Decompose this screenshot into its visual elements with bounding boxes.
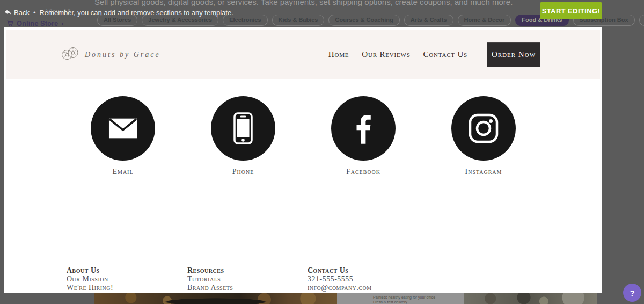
footer-phone-number[interactable]: 321-555-5555 xyxy=(308,275,426,284)
contact-label: Facebook xyxy=(331,168,396,176)
back-arrow-icon xyxy=(4,9,11,17)
template-thumbnail-left xyxy=(94,293,337,304)
footer-heading: About Us xyxy=(67,266,185,275)
footer-column-about: About Us Our Mission We're Hiring! xyxy=(67,266,185,292)
back-label: Back xyxy=(14,9,30,17)
donut-logo-icon xyxy=(61,46,80,63)
footer-link-were-hiring[interactable]: We're Hiring! xyxy=(67,284,185,292)
thumbnail-card-line: Painless healthy eating for your office xyxy=(373,295,464,300)
contact-phone[interactable]: Phone xyxy=(211,96,275,176)
contact-instagram[interactable]: Instagram xyxy=(451,96,516,176)
footer-heading: Contact Us xyxy=(308,266,426,275)
footer-heading: Resources xyxy=(187,266,305,275)
separator-bullet: • xyxy=(33,9,36,17)
footer-email-address[interactable]: info@company.com xyxy=(308,284,426,292)
category-pill-courses[interactable]: Courses & Coaching xyxy=(328,15,399,26)
template-header: Donuts by Grace Home Our Reviews Contact… xyxy=(6,30,600,79)
footer-link-tutorials[interactable]: Tutorials xyxy=(187,275,305,284)
footer-link-our-mission[interactable]: Our Mission xyxy=(67,275,185,284)
order-now-button[interactable]: Order Now xyxy=(487,42,540,67)
start-editing-button[interactable]: START EDITING! xyxy=(540,2,602,19)
category-pill-arts[interactable]: Arts & Crafts xyxy=(404,15,453,26)
site-logo[interactable]: Donuts by Grace xyxy=(61,46,160,63)
breadcrumb-chevron: › xyxy=(61,19,63,27)
category-pill-kids[interactable]: Kids & Babies xyxy=(272,15,325,26)
facebook-icon xyxy=(331,96,396,161)
cart-icon xyxy=(6,20,13,27)
contact-label: Email xyxy=(91,168,155,176)
nav-link-our-reviews[interactable]: Our Reviews xyxy=(362,50,410,59)
nav-link-home[interactable]: Home xyxy=(328,50,349,59)
online-store-breadcrumb[interactable]: Online Store › xyxy=(6,19,64,27)
template-thumbnail-right xyxy=(464,293,597,304)
template-thumbnail-card: Painless healthy eating for your office … xyxy=(337,293,464,304)
footer-column-contact: Contact Us 321-555-5555 info@company.com xyxy=(308,266,426,292)
contact-facebook[interactable]: Facebook xyxy=(331,96,396,176)
help-button[interactable]: ? xyxy=(623,284,641,302)
thumbnail-card-line: Fresh & fast delivery xyxy=(373,300,464,304)
email-icon xyxy=(91,96,155,161)
template-preview-modal: Donuts by Grace Home Our Reviews Contact… xyxy=(4,27,602,293)
contact-icons-row: Email Phone Facebook xyxy=(4,96,602,176)
nav-link-contact-us[interactable]: Contact Us xyxy=(423,50,467,59)
site-title: Donuts by Grace xyxy=(85,50,160,59)
toolbar-hint: Remember, you can add and remove section… xyxy=(39,9,233,17)
online-store-label: Online Store xyxy=(17,19,58,27)
footer-column-resources: Resources Tutorials Brand Assets xyxy=(187,266,305,292)
gallery-heading: Sell physical goods, digital goods, or s… xyxy=(94,0,513,6)
phone-icon xyxy=(211,96,275,161)
template-nav: Home Our Reviews Contact Us Order Now xyxy=(328,42,540,67)
category-pill-beauty[interactable]: Beauty & Wellness xyxy=(639,15,644,26)
preview-toolbar: Back • Remember, you can add and remove … xyxy=(4,9,233,17)
back-button[interactable]: Back xyxy=(4,9,30,17)
category-pill-home-decor[interactable]: Home & Decor xyxy=(458,15,511,26)
footer-link-brand-assets[interactable]: Brand Assets xyxy=(187,284,305,292)
contact-label: Instagram xyxy=(451,168,516,176)
contact-label: Phone xyxy=(211,168,275,176)
contact-email[interactable]: Email xyxy=(91,96,155,176)
instagram-icon xyxy=(451,96,516,161)
